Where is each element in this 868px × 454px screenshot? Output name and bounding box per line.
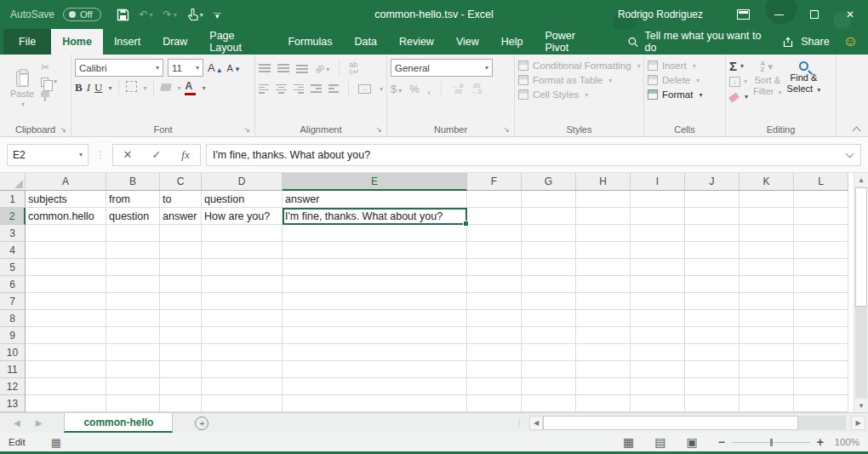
undo-button[interactable]: ↶▾ <box>140 9 153 20</box>
row-header-3[interactable]: 3 <box>0 225 26 242</box>
horizontal-scroll-thumb[interactable] <box>543 416 798 430</box>
cell-D9[interactable] <box>202 327 283 344</box>
cell-C2[interactable]: answer <box>160 208 202 225</box>
cell-H9[interactable] <box>576 327 631 344</box>
cell-E13[interactable] <box>283 395 467 412</box>
cell-D1[interactable]: question <box>202 191 283 208</box>
format-painter-button[interactable] <box>41 91 57 97</box>
cell-K4[interactable] <box>740 242 794 259</box>
percent-style-button[interactable]: % <box>409 83 420 95</box>
alignment-dialog-launcher[interactable]: ↘ <box>375 125 382 134</box>
row-header-10[interactable]: 10 <box>0 344 26 361</box>
cell-A12[interactable] <box>26 378 106 395</box>
cell-E1[interactable]: answer <box>283 191 467 208</box>
cell-I4[interactable] <box>631 242 685 259</box>
cell-J9[interactable] <box>685 327 740 344</box>
minimize-button[interactable] <box>761 0 797 29</box>
cell-I3[interactable] <box>631 225 685 242</box>
cell-D2[interactable]: How are you? <box>202 208 283 225</box>
bottom-align-button[interactable] <box>296 64 308 73</box>
cell-A3[interactable] <box>26 225 106 242</box>
cell-E5[interactable] <box>283 259 467 276</box>
select-all-corner[interactable] <box>0 173 26 191</box>
accounting-format-button[interactable]: $▾ <box>391 83 402 95</box>
cell-B5[interactable] <box>106 259 160 276</box>
scroll-right-arrow-icon[interactable]: ▶ <box>851 416 865 430</box>
page-layout-view-icon[interactable]: ▤ <box>654 435 665 449</box>
fill-color-button[interactable] <box>161 82 171 94</box>
cell-F7[interactable] <box>467 293 522 310</box>
tab-view[interactable]: View <box>445 29 490 55</box>
cell-H6[interactable] <box>576 276 631 293</box>
cell-H5[interactable] <box>576 259 631 276</box>
cell-B9[interactable] <box>106 327 160 344</box>
collapse-ribbon-button[interactable] <box>854 125 860 132</box>
cell-E12[interactable] <box>283 378 467 395</box>
tab-data[interactable]: Data <box>344 29 388 55</box>
name-box[interactable]: E2▾ <box>7 144 89 166</box>
cell-L6[interactable] <box>794 276 848 293</box>
decrease-decimal-button[interactable]: .00→.0 <box>471 83 482 95</box>
vertical-scrollbar[interactable]: ▲ ▼ <box>854 173 868 412</box>
cell-D3[interactable] <box>202 225 283 242</box>
cell-K1[interactable] <box>740 191 794 208</box>
zoom-slider[interactable] <box>732 442 810 443</box>
cell-A7[interactable] <box>26 293 106 310</box>
cell-B4[interactable] <box>106 242 160 259</box>
cell-K10[interactable] <box>740 344 794 361</box>
macro-record-icon[interactable]: ▦ <box>51 436 61 449</box>
cell-K3[interactable] <box>740 225 794 242</box>
cell-K6[interactable] <box>740 276 794 293</box>
comma-style-button[interactable]: , <box>427 81 431 96</box>
cell-B1[interactable]: from <box>106 191 160 208</box>
cell-F2[interactable] <box>467 208 522 225</box>
cell-B10[interactable] <box>106 344 160 361</box>
tab-scroll-splitter[interactable]: ⋮ <box>510 413 529 433</box>
cell-J2[interactable] <box>685 208 740 225</box>
font-name-select[interactable]: Calibri▾ <box>75 59 163 77</box>
cell-D5[interactable] <box>202 259 283 276</box>
number-format-select[interactable]: General▾ <box>391 59 493 77</box>
italic-button[interactable]: I <box>87 81 90 95</box>
cell-J13[interactable] <box>685 395 740 412</box>
cell-C10[interactable] <box>160 344 202 361</box>
middle-align-button[interactable] <box>277 64 289 73</box>
vertical-scroll-thumb[interactable] <box>855 187 867 307</box>
cell-B8[interactable] <box>106 310 160 327</box>
increase-indent-button[interactable] <box>328 84 339 94</box>
cell-K8[interactable] <box>740 310 794 327</box>
share-button[interactable]: Share <box>774 29 837 55</box>
column-header-I[interactable]: I <box>631 173 685 191</box>
cell-A13[interactable] <box>26 395 106 412</box>
font-color-button[interactable]: A <box>185 80 196 95</box>
cell-L1[interactable] <box>794 191 848 208</box>
cell-G9[interactable] <box>522 327 576 344</box>
row-header-7[interactable]: 7 <box>0 293 26 310</box>
align-left-button[interactable] <box>259 84 269 94</box>
row-header-6[interactable]: 6 <box>0 276 26 293</box>
touch-mouse-mode-button[interactable]: ▾ <box>187 9 203 21</box>
cell-J5[interactable] <box>685 259 740 276</box>
enter-button[interactable]: ✓ <box>142 148 171 161</box>
cell-H13[interactable] <box>576 395 631 412</box>
normal-view-icon[interactable]: ▦ <box>623 435 634 449</box>
align-center-button[interactable] <box>276 84 286 94</box>
clear-button[interactable]: ▾ <box>729 91 748 103</box>
tab-review[interactable]: Review <box>388 29 445 55</box>
scroll-up-arrow-icon[interactable]: ▲ <box>854 173 868 187</box>
cell-C9[interactable] <box>160 327 202 344</box>
tab-power-pivot[interactable]: Power Pivot <box>534 29 610 55</box>
cell-F11[interactable] <box>467 361 522 378</box>
cell-L9[interactable] <box>794 327 848 344</box>
cell-G11[interactable] <box>522 361 576 378</box>
customize-quick-access-button[interactable]: —▾ <box>214 11 221 18</box>
row-header-11[interactable]: 11 <box>0 361 26 378</box>
vertical-scroll-track[interactable] <box>855 307 867 398</box>
insert-cells-button[interactable]: Insert▾ <box>648 60 702 71</box>
save-button[interactable] <box>117 9 129 21</box>
column-header-D[interactable]: D <box>202 173 283 191</box>
cell-H4[interactable] <box>576 242 631 259</box>
cell-F3[interactable] <box>467 225 522 242</box>
cell-G3[interactable] <box>522 225 576 242</box>
cell-L4[interactable] <box>794 242 848 259</box>
